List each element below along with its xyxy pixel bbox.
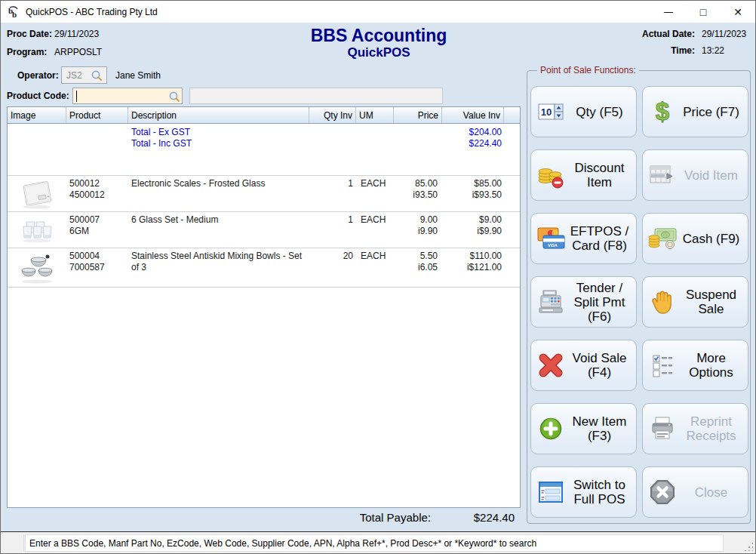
- product-code-label: Product Code:: [7, 91, 69, 101]
- program-label: Program:: [7, 47, 47, 57]
- window-title: QuickPOS - ABC Trading Pty Ltd: [26, 7, 158, 17]
- status-text: Enter a BBS Code, Manf Part No, EzCode, …: [29, 538, 536, 549]
- col-header-filler: [504, 107, 520, 123]
- col-header-image[interactable]: Image: [8, 107, 66, 123]
- maximize-button[interactable]: □: [686, 1, 721, 23]
- credit-cards-icon: VISA: [535, 226, 567, 251]
- operator-name: Jane Smith: [115, 70, 161, 81]
- operator-label: Operator:: [17, 70, 59, 81]
- col-header-um[interactable]: UM: [356, 107, 394, 123]
- item-description: Electronic Scales - Frosted Glass: [131, 178, 306, 189]
- text-caret: [76, 91, 77, 102]
- item-description: 6 Glass Set - Medium: [131, 214, 306, 226]
- item-price-ex: 9.00: [397, 214, 438, 226]
- col-header-value-inv[interactable]: Value Inv: [442, 107, 504, 123]
- item-value-inc: i$93.50: [445, 189, 502, 201]
- pos-functions-title: Point of Sale Functions:: [537, 65, 639, 75]
- status-message-panel: Enter a BBS Code, Manf Part No, EzCode, …: [25, 534, 724, 552]
- app-window: b b QuickPOS - ABC Trading Pty Ltd — □ ✕…: [0, 0, 756, 554]
- void-item-grid-icon: [647, 164, 678, 186]
- title-bar: b b QuickPOS - ABC Trading Pty Ltd — □ ✕: [1, 1, 755, 23]
- minimize-button[interactable]: —: [651, 1, 686, 23]
- item-price-inc: i93.50: [397, 189, 438, 201]
- price-button[interactable]: $ Price (F7): [642, 86, 748, 137]
- close-pos-button[interactable]: Close: [642, 466, 748, 518]
- more-options-button[interactable]: More Options: [642, 340, 748, 391]
- item-price-ex: 85.00: [397, 178, 438, 189]
- product-search-icon[interactable]: [168, 91, 180, 103]
- total-inc-gst-label: Total - Inc GST: [131, 138, 306, 149]
- actual-date-value: 29/11/2023: [695, 29, 748, 39]
- item-um: EACH: [361, 178, 391, 189]
- item-value-ex: $110.00: [445, 251, 502, 262]
- main-area: Proc Date: 29/11/2023 Program: ARPPOSLT …: [1, 23, 755, 533]
- item-value-ex: $9.00: [445, 214, 502, 226]
- qty-spinner-icon: 10: [535, 102, 567, 122]
- time-value: 13:22: [695, 45, 748, 56]
- cash-button[interactable]: Cash (F9): [642, 213, 748, 264]
- discount-item-button[interactable]: Discount Item: [530, 149, 637, 201]
- app-logo-icon: b b: [7, 5, 20, 19]
- item-price-inc: i6.05: [397, 262, 438, 273]
- pos-functions-group: Point of Sale Functions: 10 Qty (F5): [527, 70, 751, 524]
- product-code-1: 500012: [69, 178, 125, 189]
- item-um: EACH: [361, 214, 391, 226]
- close-window-button[interactable]: ✕: [721, 1, 755, 23]
- total-ex-gst-value: $204.00: [445, 127, 502, 138]
- item-price-inc: i9.90: [397, 226, 438, 237]
- proc-date-value: 29/11/2023: [54, 29, 99, 39]
- cash-banknote-icon: [647, 226, 678, 251]
- qty-button[interactable]: 10 Qty (F5): [530, 86, 637, 137]
- total-inc-gst-value: $224.40: [445, 138, 502, 149]
- eftpos-card-button[interactable]: VISA EFTPOS / Card (F8): [530, 213, 637, 264]
- product-code-1: 500007: [69, 214, 125, 226]
- program-value: ARPPOSLT: [54, 47, 102, 57]
- void-item-button[interactable]: Void Item: [642, 149, 748, 201]
- proc-date-label: Proc Date:: [7, 29, 52, 39]
- status-left-segment: [1, 534, 24, 552]
- col-header-price[interactable]: Price: [394, 107, 442, 123]
- hand-icon: [647, 288, 678, 315]
- operator-input[interactable]: JS2: [61, 66, 107, 84]
- operator-code: JS2: [66, 70, 82, 81]
- totals-rows: Total - Ex GST Total - Inc GST $204.00 $…: [8, 124, 520, 175]
- void-sale-button[interactable]: Void Sale (F4): [530, 340, 637, 391]
- operator-search-icon[interactable]: [91, 69, 103, 82]
- table-row-electronic-scales[interactable]: 500012 4500012 Electronic Scales - Frost…: [8, 175, 520, 211]
- suspend-sale-button[interactable]: Suspend Sale: [642, 276, 748, 328]
- product-image-electronic-scales: [17, 178, 57, 210]
- product-code-2: 7000587: [69, 262, 125, 273]
- total-payable-label: Total Payable:: [325, 511, 431, 524]
- item-qty: 20: [312, 251, 353, 262]
- product-image-glass-set: [17, 214, 57, 246]
- product-code-2: 4500012: [69, 189, 125, 201]
- new-item-button[interactable]: New Item (F3): [530, 403, 637, 454]
- table-row-glass-set[interactable]: 500007 6GM 6 Glass Set - Medium 1 EACH 9…: [8, 211, 520, 248]
- total-payable-value: $224.40: [427, 511, 515, 524]
- table-row-mixing-bowls[interactable]: 500004 7000587 Stainless Steel Antiskid …: [8, 248, 520, 288]
- svg-text:b: b: [12, 10, 17, 19]
- product-code-input[interactable]: [72, 88, 183, 104]
- total-ex-gst-label: Total - Ex GST: [131, 127, 306, 138]
- sale-items-grid[interactable]: Image Product Description Qty Inv UM Pri…: [7, 106, 521, 508]
- close-octagon-icon: [647, 479, 678, 506]
- item-value-ex: $85.00: [445, 178, 502, 189]
- printer-icon: [647, 416, 678, 442]
- window-form-icon: [535, 480, 567, 504]
- col-header-product[interactable]: Product: [66, 107, 128, 123]
- col-header-description[interactable]: Description: [128, 107, 309, 123]
- cash-register-icon: [535, 289, 567, 315]
- red-cross-icon: [535, 352, 567, 379]
- item-price-ex: 5.50: [397, 251, 438, 262]
- product-image-mixing-bowls: [17, 251, 57, 285]
- reprint-receipts-button[interactable]: Reprint Receipts: [642, 403, 748, 454]
- item-qty: 1: [312, 214, 353, 226]
- product-code-2: 6GM: [69, 226, 125, 237]
- item-description: Stainless Steel Antiskid Mixing Bowls - …: [131, 251, 306, 273]
- tender-split-payment-button[interactable]: Tender / Split Pmt (F6): [530, 276, 637, 328]
- switch-to-full-pos-button[interactable]: Switch to Full POS: [530, 466, 637, 518]
- svg-text:$: $: [656, 98, 669, 125]
- checklist-icon: [647, 352, 678, 378]
- resize-grip[interactable]: [744, 542, 753, 551]
- col-header-qty-inv[interactable]: Qty Inv: [309, 107, 356, 123]
